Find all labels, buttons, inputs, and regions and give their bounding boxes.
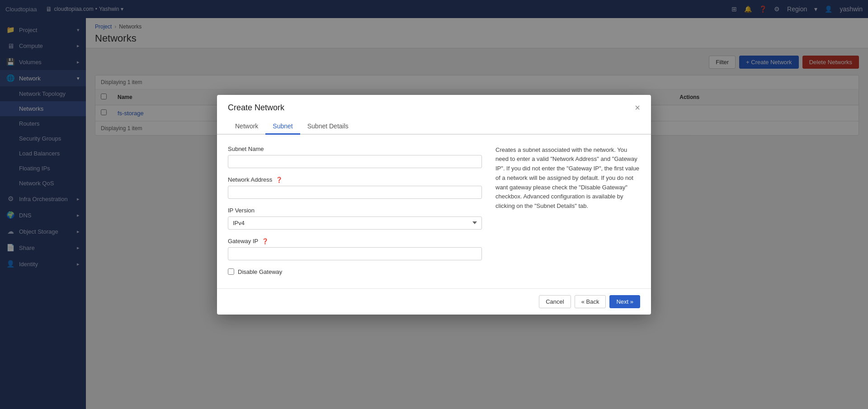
- ip-version-select[interactable]: IPv4 IPv6: [228, 216, 482, 230]
- modal-close-button[interactable]: ×: [635, 103, 640, 112]
- subnet-name-input[interactable]: [228, 155, 482, 168]
- subnet-name-label: Subnet Name: [228, 146, 482, 152]
- back-button[interactable]: « Back: [575, 295, 606, 308]
- modal-help-text: Creates a subnet associated with the net…: [495, 146, 640, 277]
- modal-form: Subnet Name Network Address ❓ IP Version…: [228, 146, 495, 277]
- tab-subnet-details[interactable]: Subnet Details: [300, 119, 356, 135]
- disable-gateway-row: Disable Gateway: [228, 268, 482, 275]
- gateway-ip-group: Gateway IP ❓: [228, 238, 482, 260]
- modal-body: Subnet Name Network Address ❓ IP Version…: [217, 135, 651, 288]
- network-address-group: Network Address ❓: [228, 176, 482, 199]
- gateway-ip-input[interactable]: [228, 247, 482, 260]
- ip-version-group: IP Version IPv4 IPv6: [228, 207, 482, 230]
- gateway-ip-help-icon[interactable]: ❓: [262, 238, 269, 244]
- tab-network[interactable]: Network: [228, 119, 265, 135]
- next-button[interactable]: Next »: [609, 295, 640, 308]
- modal-tabs: Network Subnet Subnet Details: [217, 113, 651, 135]
- network-address-help-icon[interactable]: ❓: [276, 177, 283, 183]
- modal-title: Create Network: [228, 103, 284, 113]
- subnet-name-group: Subnet Name: [228, 146, 482, 168]
- modal-overlay: Create Network × Network Subnet Subnet D…: [0, 0, 868, 409]
- disable-gateway-label[interactable]: Disable Gateway: [238, 268, 282, 275]
- network-address-input[interactable]: [228, 186, 482, 199]
- cancel-button[interactable]: Cancel: [539, 295, 571, 308]
- tab-subnet[interactable]: Subnet: [265, 119, 300, 135]
- disable-gateway-checkbox[interactable]: [228, 268, 234, 275]
- modal-header: Create Network ×: [217, 95, 651, 113]
- ip-version-label: IP Version: [228, 207, 482, 214]
- gateway-ip-label: Gateway IP ❓: [228, 238, 482, 244]
- create-network-modal: Create Network × Network Subnet Subnet D…: [217, 95, 651, 315]
- modal-footer: Cancel « Back Next »: [217, 288, 651, 315]
- network-address-label: Network Address ❓: [228, 176, 482, 183]
